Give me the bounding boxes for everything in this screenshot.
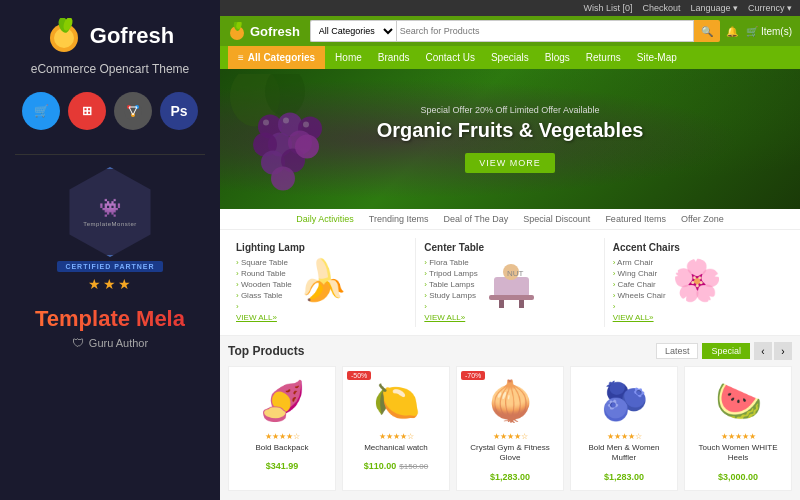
nav-returns[interactable]: Returns <box>578 46 629 69</box>
subnav-trending[interactable]: Trending Items <box>369 214 429 224</box>
section-header: Top Products Latest Special ‹ › <box>228 342 792 360</box>
top-products: Top Products Latest Special ‹ › 🍠 ★★★★☆ … <box>220 336 800 497</box>
product-price-3: $1,283.00 <box>463 466 557 484</box>
nav-blogs[interactable]: Blogs <box>537 46 578 69</box>
nav-specials[interactable]: Specials <box>483 46 537 69</box>
hero-cta-button[interactable]: VIEW MORE <box>465 153 555 173</box>
product-card-4: 🫐 ★★★★☆ Bold Men & Women Muffler $1,283.… <box>570 366 678 491</box>
product-name-1: Bold Backpack <box>235 443 329 453</box>
svg-point-25 <box>271 167 295 191</box>
currency-dropdown[interactable]: Currency ▾ <box>748 3 792 13</box>
product-image-3: 🧅 <box>463 373 557 428</box>
cat-center-viewall[interactable]: VIEW ALL» <box>424 313 477 322</box>
hero-banner: Special Offer 20% Off Limited Offer Avai… <box>220 69 800 209</box>
cat-accent-viewall[interactable]: VIEW ALL» <box>613 313 666 322</box>
nav-sitemap[interactable]: Site-Map <box>629 46 685 69</box>
category-fruit-image: 🍌 <box>298 257 348 323</box>
main-nav-links: Home Brands Contact Us Specials Blogs Re… <box>327 46 685 69</box>
search-area: All Categories 🔍 <box>310 20 720 42</box>
cat-item[interactable]: Square Table <box>236 257 292 268</box>
cat-item[interactable]: Arm Chair <box>613 257 666 268</box>
left-panel: Gofresh eCommerce Opencart Theme 🛒 ⊞ Ps … <box>0 0 220 500</box>
site-logo: Gofresh <box>228 22 300 40</box>
star-rating: ★★★ <box>88 276 133 292</box>
joomla-icon <box>114 92 152 130</box>
badge-area: 👾 TemplateMonster certified PaRTNER ★★★ <box>57 167 162 296</box>
cat-item[interactable]: Tripod Lamps <box>424 268 477 279</box>
product-badge-2: -50% <box>347 371 371 380</box>
product-stars-5: ★★★★★ <box>691 432 785 441</box>
nav-home[interactable]: Home <box>327 46 370 69</box>
divider <box>15 154 205 155</box>
language-dropdown[interactable]: Language ▾ <box>690 3 738 13</box>
subnav-discount[interactable]: Special Discount <box>523 214 590 224</box>
cat-center-items: Flora Table Tripod Lamps Table Lamps Stu… <box>424 257 477 323</box>
prev-arrow[interactable]: ‹ <box>754 342 772 360</box>
section-title: Top Products <box>228 344 304 358</box>
subnav-deal[interactable]: Deal of The Day <box>443 214 508 224</box>
tagline: eCommerce Opencart Theme <box>31 60 190 78</box>
logo-area: Gofresh <box>46 18 174 54</box>
cat-item[interactable]: Round Table <box>236 268 292 279</box>
category-section: Lighting Lamp Square Table Round Table W… <box>220 230 800 336</box>
cat-item[interactable]: Table Lamps <box>424 279 477 290</box>
product-stars-2: ★★★★☆ <box>349 432 443 441</box>
product-name-4: Bold Men & Women Muffler <box>577 443 671 464</box>
product-stars-3: ★★★★☆ <box>463 432 557 441</box>
subnav-daily[interactable]: Daily Activities <box>296 214 354 224</box>
main-nav: ≡ All Categories Home Brands Contact Us … <box>220 46 800 69</box>
product-stars-4: ★★★★☆ <box>577 432 671 441</box>
nav-brands[interactable]: Brands <box>370 46 418 69</box>
wishlist-link[interactable]: Wish List [0] <box>583 3 632 13</box>
next-arrow[interactable]: › <box>774 342 792 360</box>
category-center: Center Table Flora Table Tripod Lamps Ta… <box>416 238 604 327</box>
cat-item[interactable]: Flora Table <box>424 257 477 268</box>
all-categories-button[interactable]: ≡ All Categories <box>228 46 325 69</box>
tab-latest[interactable]: Latest <box>656 343 699 359</box>
svg-point-4 <box>124 102 142 120</box>
products-row: 🍠 ★★★★☆ Bold Backpack $341.99 -50% 🍋 ★★★… <box>228 366 792 491</box>
product-price-1: $341.99 <box>235 455 329 473</box>
product-name-3: Crystal Gym & Fitness Glove <box>463 443 557 464</box>
cat-lighting-viewall[interactable]: VIEW ALL» <box>236 313 292 322</box>
cat-item[interactable]: Study Lamps <box>424 290 477 301</box>
guru-author: 🛡 Guru Author <box>72 336 148 350</box>
nav-contact[interactable]: Contact Us <box>417 46 482 69</box>
category-select[interactable]: All Categories <box>310 20 396 42</box>
svg-rect-32 <box>519 300 524 308</box>
product-price-4: $1,283.00 <box>577 466 671 484</box>
subnav-featured[interactable]: Featured Items <box>605 214 666 224</box>
responsive-icon: ⊞ <box>68 92 106 130</box>
product-card-1: 🍠 ★★★★☆ Bold Backpack $341.99 <box>228 366 336 491</box>
product-image-1: 🍠 <box>235 373 329 428</box>
cart-nav-icon[interactable]: 🛒 Item(s) <box>746 26 792 37</box>
product-price-2: $110.00$150.00 <box>349 455 443 473</box>
product-name-5: Touch Women WHITE Heels <box>691 443 785 464</box>
svg-point-26 <box>263 120 269 126</box>
product-price-5: $3,000.00 <box>691 466 785 484</box>
subnav-offer[interactable]: Offer Zone <box>681 214 724 224</box>
cat-item[interactable]: Wheels Chair <box>613 290 666 301</box>
bell-icon[interactable]: 🔔 <box>726 26 738 37</box>
product-badge-3: -70% <box>461 371 485 380</box>
search-button[interactable]: 🔍 <box>694 20 720 42</box>
product-card-5: 🍉 ★★★★★ Touch Women WHITE Heels $3,000.0… <box>684 366 792 491</box>
cat-item[interactable]: Wing Chair <box>613 268 666 279</box>
svg-point-28 <box>303 122 309 128</box>
cat-accent-items: Arm Chair Wing Chair Cafe Chair Wheels C… <box>613 257 666 323</box>
svg-text:NUT: NUT <box>507 269 524 278</box>
product-card-3: -70% 🧅 ★★★★☆ Crystal Gym & Fitness Glove… <box>456 366 564 491</box>
cat-item[interactable]: Glass Table <box>236 290 292 301</box>
guru-label: Guru Author <box>89 337 148 349</box>
checkout-link[interactable]: Checkout <box>642 3 680 13</box>
special-offer-text: Special Offer 20% Off Limited Offer Avai… <box>377 105 644 115</box>
search-input[interactable] <box>396 20 694 42</box>
product-image-4: 🫐 <box>577 373 671 428</box>
cat-item[interactable]: Cafe Chair <box>613 279 666 290</box>
nav-bar: Gofresh All Categories 🔍 🔔 🛒 Item(s) <box>220 16 800 46</box>
product-name-2: Mechanical watch <box>349 443 443 453</box>
tab-special[interactable]: Special <box>702 343 750 359</box>
category-lighting: Lighting Lamp Square Table Round Table W… <box>228 238 416 327</box>
cat-item[interactable]: Wooden Table <box>236 279 292 290</box>
cart-icon: 🛒 <box>22 92 60 130</box>
